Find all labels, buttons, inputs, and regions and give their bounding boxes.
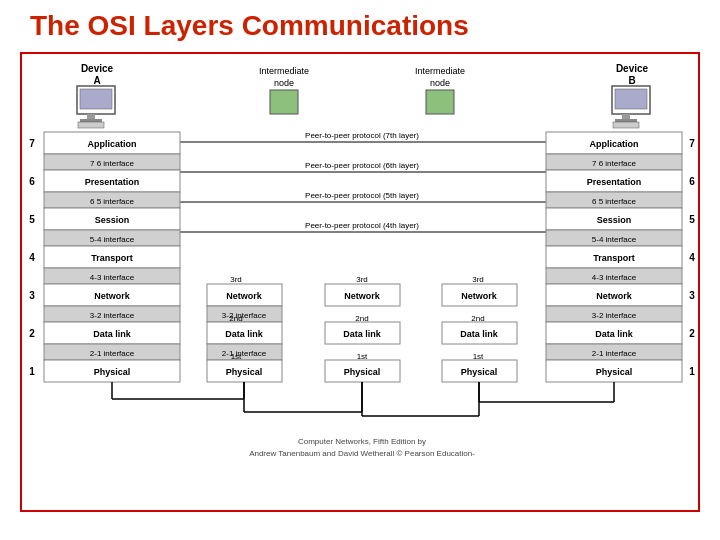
svg-text:2-1 interface: 2-1 interface (222, 349, 267, 358)
svg-text:7: 7 (29, 138, 35, 149)
svg-text:Physical: Physical (596, 367, 633, 377)
svg-text:3-2 interface: 3-2 interface (90, 311, 135, 320)
svg-text:node: node (430, 78, 450, 88)
svg-text:B: B (628, 75, 635, 86)
svg-rect-5 (80, 119, 102, 122)
svg-rect-16 (270, 90, 298, 114)
svg-text:6: 6 (689, 176, 695, 187)
svg-text:Transport: Transport (593, 253, 635, 263)
svg-text:7 6 interface: 7 6 interface (592, 159, 637, 168)
svg-text:3rd: 3rd (356, 275, 368, 284)
svg-text:5-4 interface: 5-4 interface (592, 235, 637, 244)
svg-text:4-3 interface: 4-3 interface (90, 273, 135, 282)
svg-rect-6 (78, 122, 104, 128)
svg-text:3rd: 3rd (472, 275, 484, 284)
svg-rect-12 (615, 119, 637, 122)
svg-text:Network: Network (461, 291, 498, 301)
svg-text:5: 5 (689, 214, 695, 225)
svg-text:Intermediate: Intermediate (415, 66, 465, 76)
svg-text:4: 4 (29, 252, 35, 263)
svg-text:Data link: Data link (93, 329, 132, 339)
svg-text:Session: Session (95, 215, 130, 225)
page-title: The OSI Layers Communications (0, 0, 720, 47)
svg-rect-13 (613, 122, 639, 128)
svg-rect-3 (80, 89, 112, 109)
svg-text:6 5 interface: 6 5 interface (592, 197, 637, 206)
svg-text:Network: Network (226, 291, 263, 301)
svg-text:Physical: Physical (226, 367, 263, 377)
svg-rect-11 (622, 114, 630, 119)
svg-text:Network: Network (344, 291, 381, 301)
svg-text:Data link: Data link (595, 329, 634, 339)
svg-text:3: 3 (689, 290, 695, 301)
svg-text:5: 5 (29, 214, 35, 225)
svg-rect-10 (615, 89, 647, 109)
svg-text:7 6 interface: 7 6 interface (90, 159, 135, 168)
svg-text:2: 2 (689, 328, 695, 339)
svg-text:Intermediate: Intermediate (259, 66, 309, 76)
svg-text:Network: Network (94, 291, 131, 301)
svg-text:Physical: Physical (344, 367, 381, 377)
svg-text:6: 6 (29, 176, 35, 187)
svg-text:3: 3 (29, 290, 35, 301)
svg-text:Andrew Tanenbaum and David Wet: Andrew Tanenbaum and David Wetherall © P… (249, 449, 475, 458)
osi-diagram: Device A Device B Intermediate node Inte… (22, 54, 700, 504)
svg-text:3rd: 3rd (230, 275, 242, 284)
svg-text:2-1 interface: 2-1 interface (90, 349, 135, 358)
svg-text:A: A (93, 75, 100, 86)
svg-text:Network: Network (596, 291, 633, 301)
svg-text:7: 7 (689, 138, 695, 149)
svg-text:Physical: Physical (94, 367, 131, 377)
svg-text:Data link: Data link (225, 329, 264, 339)
diagram-container: Device A Device B Intermediate node Inte… (20, 52, 700, 512)
svg-text:Presentation: Presentation (85, 177, 140, 187)
svg-text:Application: Application (590, 139, 639, 149)
svg-text:2: 2 (29, 328, 35, 339)
svg-text:Device: Device (616, 63, 649, 74)
svg-text:Peer-to-peer protocol (7th lay: Peer-to-peer protocol (7th layer) (305, 131, 419, 140)
svg-text:Data link: Data link (343, 329, 382, 339)
svg-text:2-1 interface: 2-1 interface (592, 349, 637, 358)
svg-text:node: node (274, 78, 294, 88)
svg-text:Peer-to-peer protocol (4th lay: Peer-to-peer protocol (4th layer) (305, 221, 419, 230)
svg-text:Application: Application (88, 139, 137, 149)
svg-text:Transport: Transport (91, 253, 133, 263)
svg-text:Peer-to-peer protocol (6th lay: Peer-to-peer protocol (6th layer) (305, 161, 419, 170)
svg-rect-4 (87, 114, 95, 119)
svg-text:Data link: Data link (460, 329, 499, 339)
svg-text:Session: Session (597, 215, 632, 225)
svg-text:Physical: Physical (461, 367, 498, 377)
svg-text:3-2 interface: 3-2 interface (592, 311, 637, 320)
svg-text:Device: Device (81, 63, 114, 74)
svg-rect-19 (426, 90, 454, 114)
svg-text:Presentation: Presentation (587, 177, 642, 187)
svg-text:1: 1 (29, 366, 35, 377)
svg-text:5-4 interface: 5-4 interface (90, 235, 135, 244)
svg-text:1: 1 (689, 366, 695, 377)
svg-text:Computer Networks, Fifth Editi: Computer Networks, Fifth Edition by (298, 437, 426, 446)
svg-text:4-3 interface: 4-3 interface (592, 273, 637, 282)
svg-text:Peer-to-peer protocol (5th lay: Peer-to-peer protocol (5th layer) (305, 191, 419, 200)
svg-text:6 5 interface: 6 5 interface (90, 197, 135, 206)
svg-text:4: 4 (689, 252, 695, 263)
